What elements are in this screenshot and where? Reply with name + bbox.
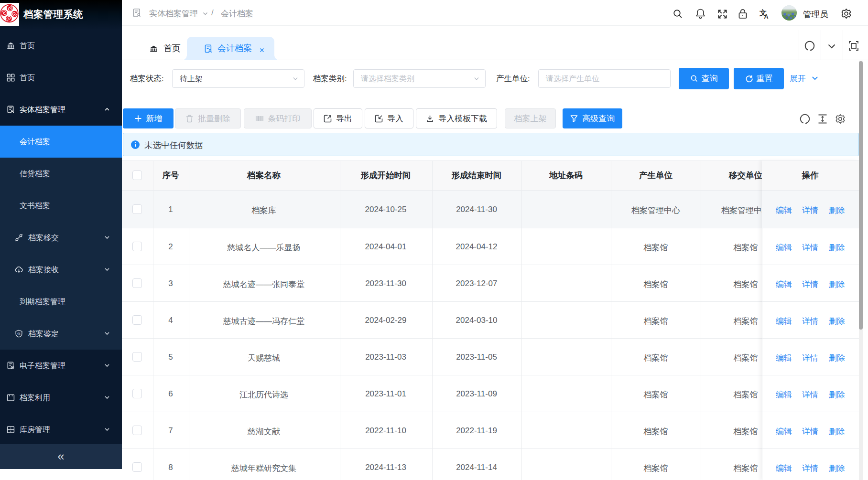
svg-text:保: 保 xyxy=(17,332,21,335)
svg-text:A: A xyxy=(764,13,769,20)
